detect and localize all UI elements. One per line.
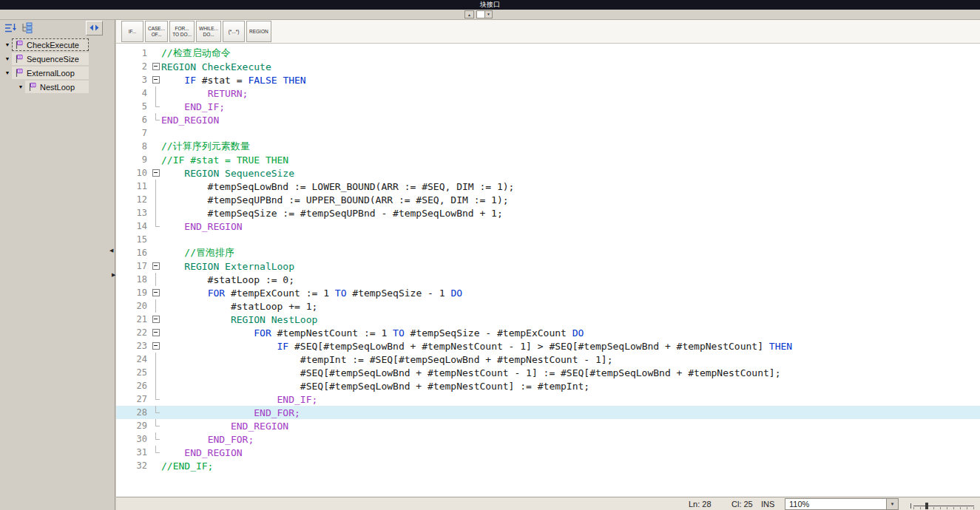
top-strip: ▲ ▼ <box>0 10 980 20</box>
insert-while-button[interactable]: WHILE...DO... <box>196 21 221 42</box>
code-line[interactable]: 13 #tempSeqSize := #tempSeqUPBnd - #temp… <box>116 206 980 220</box>
code-line[interactable]: 15 <box>116 233 980 246</box>
fold-guide <box>152 406 161 419</box>
fold-guide <box>152 220 161 233</box>
code-line[interactable]: 29 END_REGION <box>116 419 980 432</box>
tree-item-label: CheckExecute <box>27 41 79 50</box>
fold-toggle-icon[interactable] <box>152 339 161 353</box>
code-line[interactable]: 3 IF #stat = FALSE THEN <box>116 73 980 86</box>
code-line[interactable]: 22 FOR #tempNestCount := 1 TO #tempSeqSi… <box>116 326 980 339</box>
line-number: 20 <box>116 301 152 311</box>
expand-triangle-icon[interactable]: ▼ <box>3 56 12 61</box>
expand-triangle-icon[interactable]: ▼ <box>16 84 25 89</box>
tree-item-sequencesize[interactable]: ▼SequenceSize <box>0 52 115 66</box>
fold-guide <box>152 193 161 206</box>
code-line[interactable]: 17 REGION ExternalLoop <box>116 259 980 273</box>
line-number: 3 <box>116 75 152 85</box>
fold-guide <box>152 379 161 392</box>
fold-toggle-icon[interactable] <box>152 73 161 86</box>
line-number: 21 <box>116 314 152 324</box>
code-text: END_REGION <box>161 115 219 126</box>
code-line[interactable]: 11 #tempSeqLowBnd := LOWER_BOUND(ARR := … <box>116 180 980 193</box>
code-line[interactable]: 31 END_REGION <box>116 446 980 459</box>
fold-guide <box>152 299 161 313</box>
pane-title-label: 块接口 <box>480 1 500 8</box>
scroll-up-button[interactable]: ▲ <box>464 10 474 18</box>
code-text: END_REGION <box>161 221 243 232</box>
code-line[interactable]: 8//计算序列元素数量 <box>116 140 980 153</box>
insert-region-button[interactable]: REGION <box>246 21 271 42</box>
expand-triangle-icon[interactable]: ▼ <box>3 42 12 47</box>
fold-toggle-icon[interactable] <box>152 60 161 73</box>
tree-item-box[interactable]: NestLoop <box>25 81 89 93</box>
insert-if-button[interactable]: IF... <box>121 21 143 42</box>
region-icon <box>15 54 24 64</box>
tree-item-checkexecute[interactable]: ▼CheckExecute <box>0 38 115 52</box>
code-line[interactable]: 4 RETURN; <box>116 86 980 100</box>
code-line[interactable]: 19 FOR #tempExCount := 1 TO #tempSeqSize… <box>116 286 980 299</box>
fold-guide <box>152 180 161 193</box>
code-line[interactable]: 18 #statLoop := 0; <box>116 273 980 286</box>
chevron-down-icon[interactable]: ▼ <box>886 499 898 509</box>
fold-guide <box>152 392 161 406</box>
fold-toggle-icon[interactable] <box>152 259 161 273</box>
code-line[interactable]: 27 END_IF; <box>116 392 980 406</box>
code-line[interactable]: 16 //冒泡排序 <box>116 246 980 259</box>
line-number: 2 <box>116 61 152 72</box>
code-line[interactable]: 6END_REGION <box>116 113 980 126</box>
code-text: REGION SequenceSize <box>161 168 294 179</box>
chevron-down-icon: ▼ <box>484 11 492 18</box>
code-line[interactable]: 21 REGION NestLoop <box>116 313 980 326</box>
code-editor[interactable]: 1//检查启动命令2REGION CheckExecute3 IF #stat … <box>116 44 980 497</box>
fold-toggle-icon[interactable] <box>152 326 161 339</box>
code-line[interactable]: 9//IF #stat = TRUE THEN <box>116 153 980 166</box>
collapse-panel-button[interactable] <box>86 21 103 35</box>
code-line[interactable]: 10 REGION SequenceSize <box>116 166 980 180</box>
tree-item-box[interactable]: CheckExecute <box>12 38 89 51</box>
line-number: 14 <box>116 221 152 231</box>
tree-item-box[interactable]: ExternalLoop <box>12 67 89 79</box>
tree-view-icon[interactable] <box>21 22 34 35</box>
tree-toolbar <box>0 20 115 38</box>
tree-item-box[interactable]: SequenceSize <box>12 52 89 65</box>
code-line[interactable]: 7 <box>116 126 980 140</box>
zoom-select[interactable]: 110% ▼ <box>785 498 899 510</box>
insert-comment-button[interactable]: (*...*) <box>223 21 245 42</box>
code-line[interactable]: 5 END_IF; <box>116 100 980 113</box>
line-number: 23 <box>116 341 152 351</box>
code-line[interactable]: 14 END_REGION <box>116 220 980 233</box>
line-number: 1 <box>116 48 152 58</box>
insert-case-button[interactable]: CASE...OF... <box>145 21 168 42</box>
expand-triangle-icon[interactable]: ▼ <box>3 70 12 75</box>
code-line[interactable]: 20 #statLoop += 1; <box>116 299 980 313</box>
line-number: 13 <box>116 208 152 218</box>
code-line[interactable]: 23 IF #SEQ[#tempSeqLowBnd + #tempNestCou… <box>116 339 980 353</box>
mini-dropdown[interactable]: ▼ <box>476 10 493 18</box>
insert-for-button[interactable]: FOR...TO DO... <box>169 21 195 42</box>
code-line[interactable]: 25 #SEQ[#tempSeqLowBnd + #tempNestCount … <box>116 366 980 379</box>
code-line[interactable]: 1//检查启动命令 <box>116 47 980 60</box>
fold-guide <box>152 353 161 366</box>
code-line[interactable]: 30 END_FOR; <box>116 432 980 446</box>
zoom-slider[interactable] <box>909 503 977 510</box>
line-number: 26 <box>116 381 152 391</box>
fold-toggle-icon[interactable] <box>152 313 161 326</box>
tree-item-nestloop[interactable]: ▼NestLoop <box>0 80 115 94</box>
code-line[interactable]: 32//END_IF; <box>116 459 980 472</box>
slider-ticks <box>913 507 974 509</box>
code-line[interactable]: 2REGION CheckExecute <box>116 60 980 73</box>
code-text: REGION CheckExecute <box>161 61 271 72</box>
code-line[interactable]: 12 #tempSeqUPBnd := UPPER_BOUND(ARR := #… <box>116 193 980 206</box>
fold-toggle-icon[interactable] <box>152 166 161 180</box>
structure-view-icon[interactable] <box>4 22 18 35</box>
line-number: 8 <box>116 141 152 152</box>
slider-thumb[interactable] <box>925 503 928 509</box>
fold-toggle-icon[interactable] <box>152 286 161 299</box>
splitter-collapse-left-icon[interactable]: ◀ <box>109 248 113 254</box>
splitter-collapse-right-icon[interactable]: ▶ <box>112 272 115 278</box>
code-line[interactable]: 24 #tempInt := #SEQ[#tempSeqLowBnd + #te… <box>116 353 980 366</box>
code-line[interactable]: 26 #SEQ[#tempSeqLowBnd + #tempNestCount]… <box>116 379 980 392</box>
code-line[interactable]: 28 END_FOR; <box>116 406 980 419</box>
tree-item-externalloop[interactable]: ▼ExternalLoop <box>0 66 115 80</box>
editor-pane: IF...CASE...OF...FOR...TO DO...WHILE...D… <box>116 20 980 510</box>
